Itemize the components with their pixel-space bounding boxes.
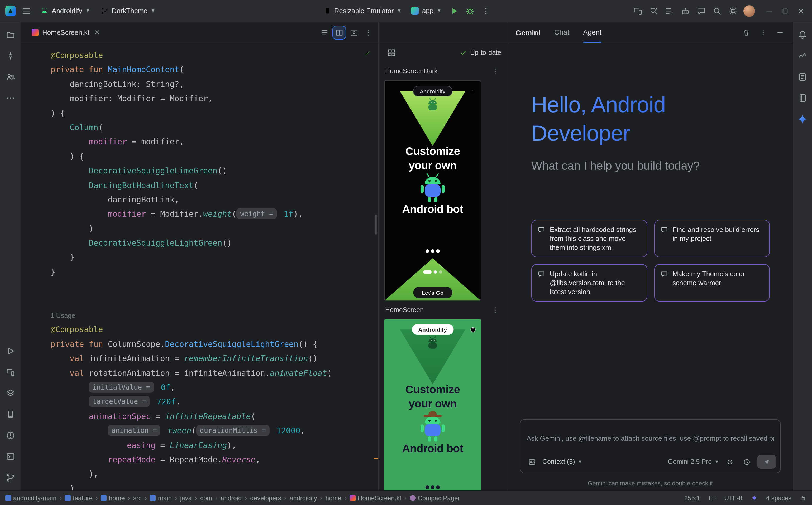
breadcrumb-item[interactable]: com: [200, 494, 212, 502]
preview-options-icon[interactable]: [489, 65, 501, 77]
tab-agent[interactable]: Agent: [583, 22, 602, 43]
breadcrumb-item[interactable]: CompactPager: [410, 494, 460, 502]
chat-bubble-icon: [537, 226, 546, 234]
settings-gear-icon[interactable]: [725, 3, 740, 18]
code-editor[interactable]: @Composableprivate fun MainHomeContent( …: [21, 43, 378, 490]
breadcrumb-item[interactable]: src: [133, 494, 142, 502]
trash-icon[interactable]: [740, 26, 752, 39]
preview-options-icon[interactable]: [489, 304, 501, 316]
project-tool-icon[interactable]: [3, 27, 18, 42]
ai-chat-icon[interactable]: [694, 3, 709, 18]
chevron-down-icon: ▼: [714, 459, 719, 464]
run-button[interactable]: [447, 3, 461, 18]
breadcrumb-item[interactable]: main: [150, 494, 172, 502]
problems-tool-icon[interactable]: [3, 428, 18, 443]
main-menu-icon[interactable]: [19, 3, 34, 18]
run-config-selector[interactable]: app ▼: [407, 5, 446, 17]
breadcrumb-item[interactable]: java: [180, 494, 192, 502]
editor-scrollbar[interactable]: [375, 214, 377, 234]
version-control-tool-icon[interactable]: [3, 470, 18, 485]
breadcrumb-item[interactable]: androidify: [289, 494, 317, 502]
breadcrumb-item[interactable]: home: [326, 494, 341, 502]
tab-chat[interactable]: Chat: [554, 22, 569, 43]
editor-options-icon[interactable]: [362, 26, 375, 39]
ai-tasks-icon[interactable]: [662, 3, 677, 18]
device-file-explorer-icon[interactable]: [795, 69, 810, 85]
history-icon[interactable]: [740, 456, 753, 468]
tab-homescreen-kt[interactable]: HomeScreen.kt ✕: [26, 22, 105, 43]
debug-button[interactable]: [462, 3, 477, 18]
indent-setting[interactable]: 4 spaces: [766, 494, 791, 502]
studio-bot-icon[interactable]: [678, 3, 693, 18]
build-variants-tool-icon[interactable]: [3, 386, 18, 400]
device-selector[interactable]: Resizable Emulator ▼: [319, 5, 406, 17]
suggestion-card[interactable]: Find and resolve build errors in my proj…: [654, 220, 770, 257]
info-icon[interactable]: [470, 326, 476, 335]
chevron-down-icon: ▼: [437, 8, 441, 13]
attach-image-icon[interactable]: [526, 456, 538, 468]
androidify-pill: Androidify: [412, 324, 454, 335]
breadcrumb-item[interactable]: feature: [65, 494, 93, 502]
send-button[interactable]: [757, 455, 776, 469]
model-selector[interactable]: Gemini 2.5 Pro ▼: [668, 458, 719, 466]
breadcrumb-item[interactable]: HomeScreen.kt: [350, 494, 401, 502]
breadcrumb: androidify-main›feature›home›src›main›ja…: [5, 494, 460, 502]
chevron-down-icon: ▼: [578, 459, 582, 464]
preview-toolbar: Up-to-date: [379, 43, 507, 62]
device-explorer-tool-icon[interactable]: [3, 407, 18, 422]
split-view-icon[interactable]: [333, 26, 346, 39]
more-tool-windows-icon[interactable]: [3, 91, 18, 106]
suggestion-card[interactable]: Make my Theme's color scheme warmer: [654, 264, 770, 302]
suggestion-card[interactable]: Extract all hardcoded strings from this …: [531, 220, 647, 257]
running-devices-tool-icon[interactable]: [3, 365, 18, 379]
chevron-down-icon: ▼: [397, 8, 401, 13]
breadcrumb-item[interactable]: android: [221, 494, 242, 502]
close-tab-icon[interactable]: ✕: [94, 28, 100, 36]
hide-panel-icon[interactable]: [774, 26, 786, 39]
profiler-tool-icon[interactable]: [795, 48, 810, 63]
android-bot-cowboy-illustration: [417, 410, 448, 443]
notifications-bell-icon[interactable]: [795, 27, 810, 42]
breadcrumb-item[interactable]: home: [101, 494, 125, 502]
device-manager-icon[interactable]: [630, 3, 645, 18]
project-selector[interactable]: Androidify ▼: [36, 4, 94, 17]
caret-position[interactable]: 255:1: [684, 494, 700, 502]
branch-selector[interactable]: DarkTheme ▼: [96, 5, 159, 17]
breadcrumb-item[interactable]: androidify-main: [5, 494, 56, 502]
run-tool-icon[interactable]: [3, 344, 18, 358]
close-button[interactable]: [793, 3, 809, 19]
context-selector[interactable]: Context (6) ▼: [542, 458, 582, 466]
lets-go-button[interactable]: Let's Go: [413, 287, 452, 298]
search-icon[interactable]: [710, 3, 724, 18]
notebook-tool-icon[interactable]: [795, 91, 810, 106]
preview-name: HomeScreenDark: [385, 67, 438, 75]
gemini-options-icon[interactable]: [757, 26, 769, 39]
file-encoding[interactable]: UTF-8: [724, 494, 742, 502]
run-config-name: app: [422, 7, 434, 15]
inspections-ok-icon[interactable]: [363, 49, 371, 59]
user-avatar[interactable]: [743, 5, 755, 17]
design-view-icon[interactable]: [348, 26, 360, 39]
preview-homescreendark[interactable]: Androidify Customize your own: [384, 80, 481, 301]
gemini-prompt-input[interactable]: [520, 419, 780, 452]
gemini-code-review-icon[interactable]: [646, 3, 661, 18]
gallery-view-icon[interactable]: [385, 46, 398, 59]
line-ending[interactable]: LF: [709, 494, 716, 502]
gemini-settings-icon[interactable]: [723, 456, 736, 468]
preview-homescreen[interactable]: Androidify Customize your own: [384, 319, 481, 490]
collaboration-tool-icon[interactable]: [3, 69, 18, 85]
more-run-actions-icon[interactable]: [478, 3, 493, 18]
suggestion-card[interactable]: Update kotlin in @libs.version.toml to t…: [531, 264, 647, 302]
terminal-tool-icon[interactable]: [3, 449, 18, 464]
code-view-icon[interactable]: [318, 26, 331, 39]
info-icon[interactable]: [469, 88, 476, 97]
lock-icon[interactable]: [800, 494, 807, 501]
device-phone-icon: [323, 7, 331, 15]
breadcrumb-item[interactable]: developers: [250, 494, 281, 502]
maximize-button[interactable]: [777, 3, 793, 19]
minimize-button[interactable]: [761, 3, 777, 19]
commit-tool-icon[interactable]: [3, 48, 18, 63]
ai-spark-icon[interactable]: [751, 494, 758, 501]
gemini-tool-icon[interactable]: [795, 112, 810, 127]
editor-tab-bar: HomeScreen.kt ✕: [21, 22, 378, 43]
